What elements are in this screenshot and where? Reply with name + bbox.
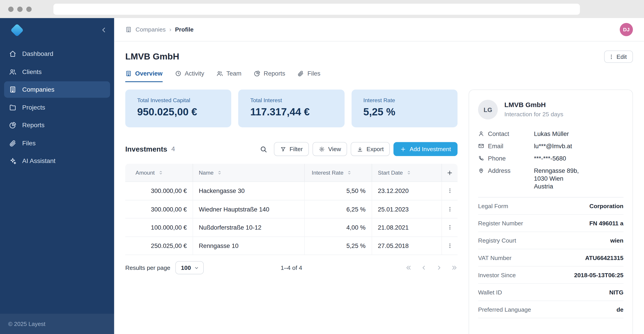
screen: DashboardClientsCompaniesProjectsReports…: [0, 0, 644, 334]
investment-row[interactable]: 300.000,00 €Hackengasse 305,50 %23.12.20…: [125, 182, 458, 200]
row-actions-button[interactable]: [442, 218, 458, 236]
contact-value: Renngasse 89b, 1030 Wien Austria: [534, 167, 579, 190]
window-maximize-button[interactable]: [26, 6, 32, 12]
view-button[interactable]: View: [312, 142, 347, 156]
sort-icon: [347, 170, 352, 175]
detail-value: Corporation: [590, 202, 624, 209]
tab-overview[interactable]: Overview: [125, 70, 162, 82]
investment-row[interactable]: 250.025,00 €Renngasse 105,25 %27.05.2018: [125, 237, 458, 255]
next-page-icon[interactable]: [436, 264, 442, 271]
sidebar-collapse-button[interactable]: [100, 26, 108, 34]
sidebar-item-companies[interactable]: Companies: [4, 82, 110, 98]
pagination-nav: [406, 264, 458, 271]
detail-value: ATU66421315: [585, 254, 624, 261]
investment-row[interactable]: 300.000,00 €Wiedner Hauptstraße 1406,25 …: [125, 200, 458, 218]
amount-cell: 300.000,00 €: [125, 200, 192, 218]
contact-label: Contact: [478, 130, 534, 138]
detail-label: Legal Form: [478, 202, 508, 209]
search-icon: [260, 145, 268, 153]
detail-label: Registry Court: [478, 237, 516, 244]
company-profile-card: LG LMVB GmbH Interaction for 25 days Con…: [469, 90, 633, 334]
column-header-label: Name: [199, 170, 214, 176]
tab-files[interactable]: Files: [298, 70, 320, 82]
phone-icon: [478, 155, 484, 162]
sidebar-item-label: Dashboard: [22, 50, 53, 58]
kebab-icon: [446, 242, 453, 249]
sidebar-item-clients[interactable]: Clients: [4, 64, 110, 80]
tab-activity[interactable]: Activity: [175, 70, 204, 82]
column-header-start-date[interactable]: Start Date: [372, 164, 442, 182]
company-avatar: LG: [478, 100, 498, 120]
filter-button[interactable]: Filter: [274, 142, 309, 156]
sidebar-item-ai-assistant[interactable]: AI Assistant: [4, 153, 110, 169]
clock-icon: [175, 70, 181, 76]
contact-row-address: AddressRenngasse 89b, 1030 Wien Austria: [478, 167, 624, 190]
contact-list: ContactLukas MüllerEmaillu***@lmvb.atPho…: [478, 130, 624, 190]
dots-vertical-icon: [608, 54, 614, 60]
company-details-list: Legal FormCorporationRegister NumberFN 4…: [478, 198, 624, 318]
contact-label-text: Email: [488, 142, 503, 150]
tab-reports[interactable]: Reports: [254, 70, 285, 82]
contact-label-text: Contact: [488, 130, 509, 138]
mail-icon: [478, 143, 484, 149]
stat-card-interest-rate: Interest Rate5,25 %: [352, 90, 458, 127]
sidebar-item-label: Files: [22, 140, 36, 147]
sidebar-item-files[interactable]: Files: [4, 135, 110, 151]
sidebar-item-label: AI Assistant: [22, 157, 56, 164]
sidebar-header: [0, 18, 114, 42]
investments-header: Investments 4 FilterViewExport Add Inves…: [125, 142, 458, 156]
sidebar-item-dashboard[interactable]: Dashboard: [4, 46, 110, 62]
export-button-label: Export: [366, 146, 384, 152]
export-button[interactable]: Export: [351, 142, 390, 156]
detail-row-legal-form: Legal FormCorporation: [478, 198, 624, 214]
contact-label: Email: [478, 142, 534, 150]
add-investment-label: Add Investment: [410, 146, 451, 152]
breadcrumb-companies[interactable]: Companies: [136, 26, 166, 33]
sidebar-item-reports[interactable]: Reports: [4, 117, 110, 133]
kebab-icon: [446, 206, 453, 212]
add-column-button[interactable]: [442, 164, 458, 182]
user-avatar[interactable]: DJ: [620, 23, 633, 36]
contact-label: Phone: [478, 154, 534, 162]
search-button[interactable]: [260, 145, 268, 153]
first-page-icon[interactable]: [406, 264, 412, 271]
tab-team[interactable]: Team: [216, 70, 241, 82]
sidebar-item-projects[interactable]: Projects: [4, 99, 110, 116]
interest-rate-cell: 5,25 %: [304, 237, 372, 255]
investment-row[interactable]: 100.000,00 €Nußdorferstraße 10-124,00 %2…: [125, 218, 458, 237]
window-controls: [8, 6, 32, 12]
amount-cell: 300.000,00 €: [125, 182, 192, 200]
tabs: OverviewActivityTeamReportsFiles: [125, 70, 633, 82]
column-header-interest-rate[interactable]: Interest Rate: [304, 164, 372, 182]
edit-button[interactable]: Edit: [604, 50, 633, 63]
contact-value: Lukas Müller: [534, 130, 569, 138]
window-minimize-button[interactable]: [17, 6, 22, 12]
stat-value: 117.317,44 €: [250, 106, 340, 118]
browser-address-bar[interactable]: [54, 4, 580, 15]
investments-column: Total Invested Capital950.025,00 €Total …: [125, 90, 458, 274]
previous-page-icon[interactable]: [420, 264, 427, 271]
column-header-name[interactable]: Name: [192, 164, 304, 182]
window-close-button[interactable]: [8, 6, 14, 12]
filter-icon: [280, 146, 286, 152]
row-actions-button[interactable]: [442, 200, 458, 218]
stat-label: Total Interest: [250, 97, 340, 104]
sidebar-footer: © 2025 Layest: [0, 314, 114, 334]
detail-row-registry-court: Registry Courtwien: [478, 232, 624, 249]
chevron-left-icon: [100, 26, 108, 34]
building-icon: [125, 70, 132, 76]
contact-value: lu***@lmvb.at: [534, 142, 572, 150]
copyright-text: © 2025 Layest: [8, 320, 46, 327]
last-page-icon[interactable]: [451, 264, 458, 271]
table-body: 300.000,00 €Hackengasse 305,50 %23.12.20…: [125, 182, 458, 255]
page-content: LMVB GmbH Edit OverviewActivityTeamRepor…: [114, 42, 644, 334]
add-investment-button[interactable]: Add Investment: [394, 142, 458, 156]
sidebar-nav: DashboardClientsCompaniesProjectsReports…: [0, 42, 114, 170]
tab-label: Overview: [135, 70, 162, 77]
column-header-label: Start Date: [378, 170, 403, 176]
row-actions-button[interactable]: [442, 237, 458, 255]
column-header-amount[interactable]: Amount: [125, 164, 192, 182]
detail-label: Investor Since: [478, 272, 516, 278]
row-actions-button[interactable]: [442, 182, 458, 200]
kebab-icon: [446, 188, 453, 194]
